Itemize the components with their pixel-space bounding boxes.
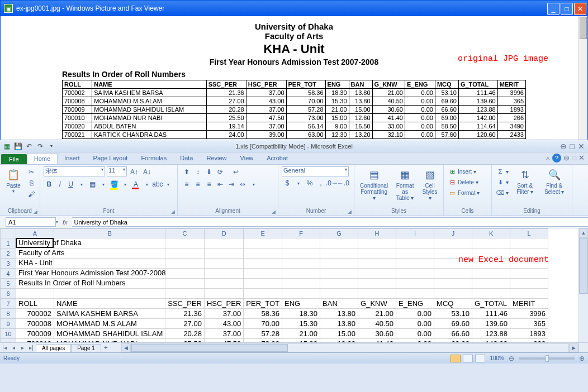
cell[interactable]: 13.80	[320, 309, 358, 319]
cell[interactable]: 111.46	[472, 309, 510, 319]
cell[interactable]	[244, 248, 282, 259]
dialog-launcher-icon[interactable]: ◢	[272, 209, 276, 214]
underline-icon[interactable]: U	[65, 179, 76, 190]
cell[interactable]	[320, 248, 358, 259]
cell[interactable]: 69.60	[434, 319, 472, 329]
cell[interactable]	[165, 259, 205, 269]
page-break-view-button[interactable]	[475, 355, 485, 362]
cell[interactable]: BAN	[320, 299, 358, 309]
zoom-out-button[interactable]: ⊖	[509, 355, 514, 362]
cell[interactable]: E_ENG	[396, 299, 434, 309]
close-button[interactable]: ✕	[574, 3, 586, 15]
fx-icon[interactable]: fx	[63, 219, 68, 226]
cell[interactable]	[282, 279, 320, 289]
worksheet-area[interactable]: new Excel document ABCDEFGHIJKL1Universi…	[0, 228, 588, 352]
phonetic-more-icon[interactable]: ▾	[163, 179, 174, 190]
dialog-launcher-icon[interactable]: ◢	[348, 209, 352, 214]
paste-button[interactable]: 📋Paste▾	[3, 166, 23, 208]
decrease-decimal-icon[interactable]: ←.0	[338, 178, 349, 189]
cell[interactable]	[396, 259, 434, 269]
workbook-minimize-icon[interactable]: ⊖	[563, 154, 570, 162]
cell[interactable]	[320, 279, 358, 289]
increase-font-icon[interactable]: A↑	[129, 166, 140, 178]
column-header[interactable]: B	[54, 229, 165, 238]
cell[interactable]: 66.60	[434, 329, 472, 339]
cell[interactable]	[434, 238, 472, 248]
column-header[interactable]: F	[282, 229, 320, 238]
tab-formulas[interactable]: Formulas	[134, 153, 173, 164]
cell[interactable]	[204, 238, 243, 248]
cell[interactable]: 0.00	[396, 319, 434, 329]
cell[interactable]	[282, 259, 320, 269]
copy-icon[interactable]: ⎘	[26, 178, 37, 189]
cell[interactable]	[472, 289, 510, 299]
align-top-icon[interactable]: ⬆	[181, 166, 192, 178]
cell[interactable]	[320, 289, 358, 299]
font-size-dropdown[interactable]: 11 ▾	[107, 166, 127, 176]
cell[interactable]: PER_TOT	[244, 299, 282, 309]
cell[interactable]: 700009	[16, 329, 54, 339]
cell[interactable]	[244, 289, 282, 299]
dialog-launcher-icon[interactable]: ◢	[34, 209, 37, 214]
select-all-corner[interactable]	[1, 229, 16, 238]
cell[interactable]: 20.28	[165, 329, 205, 339]
column-header[interactable]: I	[396, 229, 434, 238]
cell[interactable]	[396, 238, 434, 248]
border-more-icon[interactable]: ▾	[98, 179, 108, 190]
format-painter-icon[interactable]: 🖌	[26, 189, 37, 200]
cell[interactable]: SAIMA KASHEM BARSA	[54, 309, 165, 319]
cell[interactable]	[54, 279, 165, 289]
tab-nav-next-icon[interactable]: ▸	[18, 345, 27, 351]
zoom-level[interactable]: 100%	[490, 355, 504, 361]
align-bottom-icon[interactable]: ⬇	[203, 166, 215, 178]
decrease-font-icon[interactable]: A↓	[141, 166, 153, 178]
font-name-dropdown[interactable]: 宋体 ▾	[44, 166, 105, 176]
wrap-text-icon[interactable]: ↩	[230, 166, 241, 178]
cell[interactable]: 58.36	[244, 309, 282, 319]
save-icon[interactable]: 💾	[13, 142, 22, 151]
increase-indent-icon[interactable]: ⇥	[226, 179, 237, 190]
tab-view[interactable]: View	[234, 153, 260, 164]
cut-icon[interactable]: ✂	[26, 166, 37, 178]
cell[interactable]: 700008	[16, 319, 54, 329]
cell[interactable]: Results In Order of Roll Numbers	[16, 279, 54, 289]
namebox-dropdown-icon[interactable]: ▾	[56, 219, 58, 224]
column-header[interactable]: K	[472, 229, 510, 238]
tab-data[interactable]: Data	[173, 153, 200, 164]
minimize-button[interactable]: _	[547, 3, 559, 15]
percent-icon[interactable]: %	[304, 178, 315, 189]
cell[interactable]	[510, 238, 548, 248]
merge-more-icon[interactable]: ▾	[248, 179, 259, 190]
cell[interactable]: 123.88	[472, 329, 510, 339]
align-right-icon[interactable]: ≡	[203, 179, 215, 190]
cell[interactable]	[396, 279, 434, 289]
cell[interactable]	[320, 238, 358, 248]
tab-insert[interactable]: Insert	[58, 153, 87, 164]
cell[interactable]: First Year Honours Admission Test 2007-2…	[16, 269, 54, 279]
cell[interactable]	[244, 238, 282, 248]
row-header[interactable]: 4	[1, 269, 16, 279]
cell[interactable]	[54, 248, 165, 259]
cell[interactable]	[358, 269, 396, 279]
cell[interactable]	[358, 279, 396, 289]
cell[interactable]	[510, 279, 548, 289]
qat-customize-icon[interactable]: ▾	[47, 142, 56, 151]
tab-acrobat[interactable]: Acrobat	[260, 153, 295, 164]
formula-input[interactable]: University of Dhaka	[72, 217, 588, 227]
vertical-scrollbar[interactable]: ▲ ▼	[578, 228, 588, 352]
align-left-icon[interactable]: ≡	[181, 179, 192, 190]
font-color-more-icon[interactable]: ▾	[141, 179, 152, 190]
cell[interactable]	[472, 248, 510, 259]
column-header[interactable]: E	[244, 229, 282, 238]
cell[interactable]	[358, 238, 396, 248]
tab-file[interactable]: File	[1, 154, 27, 164]
cell[interactable]: 30.60	[358, 329, 396, 339]
cell[interactable]	[204, 279, 243, 289]
maximize-button[interactable]: □	[561, 3, 573, 15]
cell[interactable]	[434, 248, 472, 259]
autosum-button[interactable]: Σ▾	[495, 166, 510, 176]
insert-cells-button[interactable]: ⊞Insert ▾	[447, 166, 481, 176]
increase-decimal-icon[interactable]: .0→	[326, 178, 338, 189]
decrease-indent-icon[interactable]: ⇤	[215, 179, 226, 190]
cell[interactable]	[358, 248, 396, 259]
